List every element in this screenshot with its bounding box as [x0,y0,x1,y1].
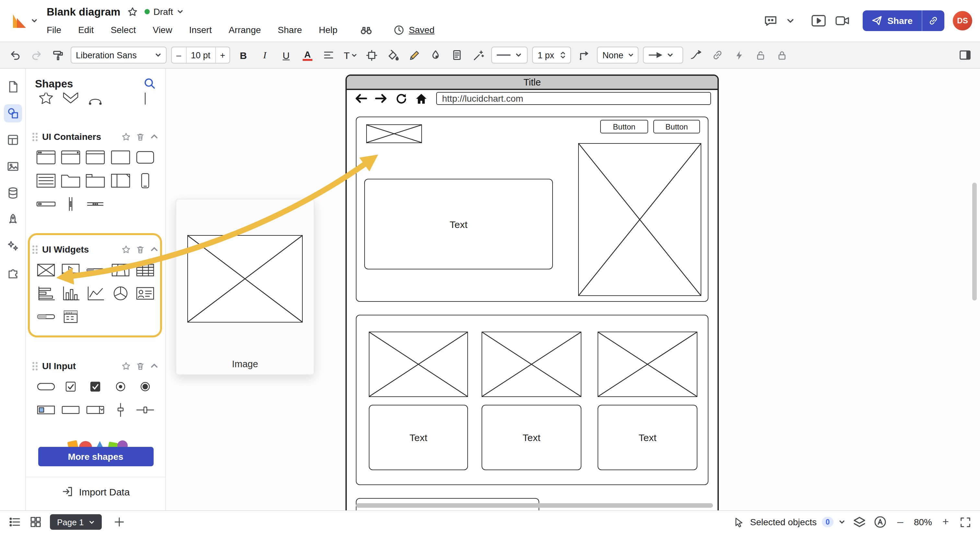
menu-help[interactable]: Help [319,25,338,35]
wf-card-text-3[interactable]: Text [598,405,697,470]
section-collapse-icon[interactable] [150,245,159,254]
line-style-select[interactable] [492,47,528,63]
strip-integrations-button[interactable] [3,263,22,282]
wf-hero-text-box[interactable]: Text [364,179,553,270]
app-logo-button[interactable] [0,0,47,41]
wf-forward-button[interactable] [373,92,389,105]
page-tab[interactable]: Page 1 [50,514,102,530]
font-size-value[interactable]: 10 pt [186,47,215,63]
page-grid-icon[interactable] [29,516,42,528]
shape-horizontal-splitter[interactable] [83,192,108,216]
strip-ai-button[interactable] [3,237,22,255]
menu-share[interactable]: Share [278,25,302,35]
unlock-button[interactable] [752,47,769,63]
section-drag-handle-icon[interactable] [32,245,38,254]
section-collapse-icon[interactable] [150,362,159,370]
shape-table-widget[interactable] [133,259,158,282]
shape-image-widget[interactable] [34,259,58,282]
shape-calendar-widget[interactable]: x y z [58,305,83,328]
more-chevron-down-icon[interactable] [786,16,795,25]
text-color-button[interactable]: A [299,47,316,63]
shape-radio-selected[interactable] [108,375,132,398]
zoom-in-button[interactable]: + [940,516,951,528]
shape-combo-box[interactable] [83,398,108,422]
shape-scrollbar-widget[interactable] [83,259,108,282]
shape-phone[interactable] [133,169,158,192]
menu-arrange[interactable]: Arrange [229,25,261,35]
shape-map-widget[interactable] [108,259,132,282]
shape-star[interactable] [34,93,58,107]
shape-arc[interactable] [83,93,108,107]
shape-chevron[interactable] [58,93,83,107]
right-panel-toggle-button[interactable] [957,47,974,63]
shape-text-field[interactable] [58,398,83,422]
wf-card-text-1[interactable]: Text [369,405,468,470]
menu-view[interactable]: View [153,25,172,35]
shape-tab-page[interactable] [83,169,108,192]
section-trash-icon[interactable] [135,361,145,371]
arrowhead-select[interactable] [643,47,684,63]
strip-images-button[interactable] [3,157,22,176]
shape-titled-panel[interactable] [83,146,108,169]
wf-back-button[interactable] [353,92,369,105]
copy-link-button[interactable] [922,10,944,31]
zoom-out-button[interactable]: – [894,516,906,528]
save-status[interactable]: Saved [393,24,434,35]
wf-home-button[interactable] [414,92,429,105]
vertical-scrollbar[interactable] [972,182,977,300]
fullscreen-icon[interactable] [959,516,972,528]
shape-color-picker[interactable] [34,398,58,422]
wf-image-placeholder-small[interactable] [366,124,422,143]
bold-button[interactable]: B [235,49,252,60]
search-icon[interactable] [143,77,156,90]
shape-horizontal-slider[interactable] [133,398,158,422]
wf-card-image-3[interactable] [598,332,697,397]
curved-connector-button[interactable] [688,47,705,63]
italic-button[interactable]: I [256,49,273,60]
font-size-decrease-button[interactable]: – [172,47,186,63]
shape-list-box[interactable] [34,169,58,192]
shape-progress-bar[interactable] [34,305,58,328]
add-page-icon[interactable] [113,516,125,528]
hyperlink-button[interactable] [710,47,726,63]
section-trash-icon[interactable] [135,132,145,141]
shape-bar-chart-horizontal[interactable] [34,282,58,305]
strip-layout-button[interactable] [3,131,22,149]
selection-status[interactable]: Selected objects 0 [734,517,845,528]
pages-list-icon[interactable] [8,516,21,528]
user-avatar[interactable]: DS [953,11,972,30]
opacity-button[interactable] [428,47,444,63]
shape-pie-chart[interactable] [108,282,132,305]
fill-color-button[interactable] [385,47,401,63]
shape-vertical-splitter[interactable] [58,192,83,216]
share-button[interactable]: Share [863,10,944,31]
redo-button[interactable] [28,47,45,63]
underline-button[interactable]: U [278,49,294,60]
accessibility-icon[interactable] [874,516,887,528]
undo-button[interactable] [6,47,23,63]
wf-card-image-1[interactable] [369,332,468,397]
feedback-bubble-icon[interactable] [764,14,778,28]
shape-radio-filled[interactable] [133,375,158,398]
shape-button-pill[interactable] [34,375,58,398]
action-button[interactable] [731,47,748,63]
shape-rounded-rectangle[interactable] [133,146,158,169]
wf-button-1[interactable]: Button [600,120,648,133]
strip-marketplace-button[interactable] [3,211,22,228]
present-play-icon[interactable] [811,14,826,28]
section-star-icon[interactable] [121,132,131,141]
wf-url-field[interactable]: http://lucidchart.com [436,92,711,105]
shape-toolbar-strip[interactable] [34,192,58,216]
shape-line-chart[interactable] [83,282,108,305]
menu-file[interactable]: File [47,25,61,35]
video-camera-icon[interactable] [835,14,850,28]
shape-checkbox-filled[interactable] [83,375,108,398]
line-width-stepper[interactable]: 1 px [533,47,571,63]
wf-section-cards[interactable]: Text Text Text [356,315,708,485]
font-family-select[interactable]: Liberation Sans [71,47,167,63]
line-endpoint-select[interactable]: None [597,47,639,63]
canvas[interactable]: Title http://lucidchart.com Button Butto… [166,69,980,510]
wf-card-text-2[interactable]: Text [482,405,581,470]
shape-contact-card[interactable] [133,282,158,305]
wf-refresh-button[interactable] [393,92,409,105]
